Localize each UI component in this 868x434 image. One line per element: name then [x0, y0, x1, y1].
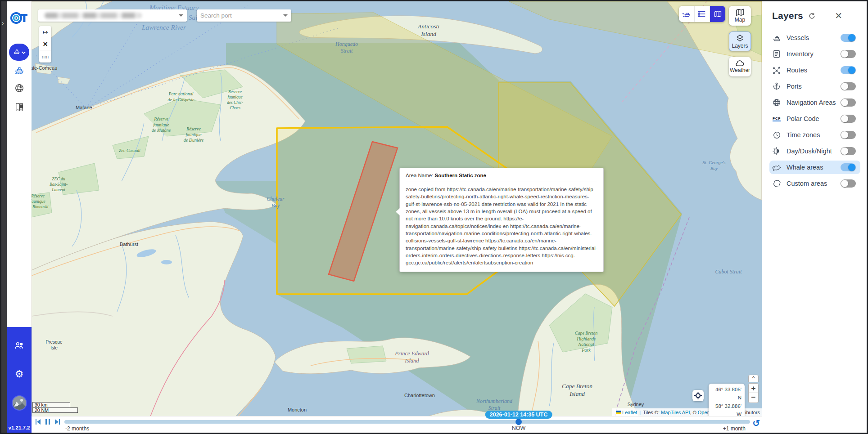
skip-to-start-button[interactable]: [35, 419, 41, 425]
pause-button[interactable]: [45, 419, 50, 425]
port-search-input[interactable]: [200, 12, 272, 19]
basemap-button-label: Map: [735, 17, 745, 23]
layer-label: Routes: [787, 67, 807, 74]
coordinate-lat: 46° 33.805' N: [712, 385, 741, 402]
scale-km: 30 km: [32, 402, 70, 407]
vessel-search-dropdown[interactable]: [38, 9, 187, 22]
layers-panel-title: Layers: [772, 10, 803, 21]
app-version: v1.21.7.2: [7, 425, 32, 430]
weather-button-label: Weather: [730, 67, 750, 73]
collapse-zoom-button[interactable]: ⌃: [748, 375, 759, 382]
refresh-icon[interactable]: [809, 13, 815, 19]
sidebar-item-world[interactable]: [7, 83, 32, 93]
layers-icon: [736, 34, 744, 42]
list-view-button[interactable]: [695, 6, 710, 22]
document-icon: [772, 50, 781, 58]
inventory-toggle[interactable]: [841, 50, 856, 58]
layer-label: Custom areas: [787, 180, 827, 187]
weather-button[interactable]: Weather: [729, 57, 751, 76]
layers-panel: Layers ✕ Vessels Inventory: [762, 1, 867, 433]
layer-row-routes: Routes: [769, 63, 860, 77]
locate-button[interactable]: [692, 390, 704, 401]
timeline-bar: 2026-01-12 14:35 UTC NOW -2 months +1 mo…: [32, 416, 762, 433]
day-night-icon: [772, 147, 781, 155]
map-icon: [736, 9, 744, 16]
timeline-controls: [35, 419, 61, 425]
time-zones-toggle[interactable]: [841, 131, 856, 139]
layer-row-whale-areas: Whale areas: [769, 161, 860, 174]
map-view-button[interactable]: [710, 6, 725, 22]
vessels-toggle[interactable]: [841, 34, 856, 42]
measure-unit-label[interactable]: nm: [39, 50, 51, 63]
navigation-areas-toggle[interactable]: [841, 98, 856, 107]
timeline-thumb[interactable]: [515, 419, 522, 425]
expand-sidebar-chevron-icon[interactable]: ›: [2, 19, 4, 27]
layer-row-ports: Ports: [769, 80, 860, 93]
route-icon: [772, 67, 781, 74]
timeline-track[interactable]: [64, 420, 750, 424]
area-name: Southern Static zone: [435, 173, 486, 178]
timeline-current-time: 2026-01-12 14:35 UTC: [485, 411, 552, 419]
map-canvas[interactable]: Maritime Estuary of the Saint Lawrence R…: [32, 1, 762, 433]
settings-gear-icon[interactable]: ⚙: [15, 368, 24, 380]
layers-button[interactable]: Layers: [729, 31, 751, 51]
area-tooltip: Area Name: Southern Static zone zone cop…: [399, 168, 604, 272]
skip-to-end-button[interactable]: [54, 419, 61, 425]
layer-row-inventory: Inventory: [769, 47, 860, 61]
app-window: ›: [1, 1, 867, 433]
whale-icon: [772, 164, 781, 171]
routes-toggle[interactable]: [841, 66, 856, 74]
sidebar-bottom-section: ⚙ v1.21.7.2: [7, 327, 32, 433]
map-scale: 30 km 20 NM: [32, 402, 78, 413]
layer-row-navigation-areas: Navigation Areas: [769, 96, 860, 109]
layers-button-label: Layers: [732, 43, 748, 49]
layer-row-polar-code: PCP Polar Code: [769, 112, 860, 125]
ukraine-flag-icon: [616, 411, 621, 414]
ports-toggle[interactable]: [841, 82, 856, 90]
custom-areas-toggle[interactable]: [841, 179, 856, 188]
redacted-vessel-name: [45, 13, 141, 18]
whale-areas-toggle[interactable]: [841, 163, 856, 171]
layer-label: Whale areas: [787, 164, 823, 171]
app-logo: [10, 11, 28, 25]
vessel-view-button[interactable]: [679, 6, 695, 22]
collapse-rail: ›: [1, 1, 7, 433]
zoom-out-button[interactable]: −: [748, 393, 759, 403]
ship-icon: [772, 34, 781, 42]
users-icon[interactable]: [14, 341, 24, 351]
layer-label: Polar Code: [787, 115, 819, 122]
timeline-start-label: -2 months: [65, 425, 89, 432]
layer-row-time-zones: Time zones: [769, 128, 860, 142]
clock-icon: [772, 131, 781, 139]
port-search-dropdown[interactable]: [197, 9, 291, 22]
user-avatar[interactable]: [12, 395, 27, 411]
ship-icon: [13, 48, 20, 56]
measure-clear-button[interactable]: ✕: [39, 38, 51, 50]
polygon-icon: [772, 180, 781, 187]
map-tiles: [32, 1, 762, 433]
zoom-in-button[interactable]: +: [748, 383, 759, 393]
polar-code-icon: PCP: [772, 116, 781, 121]
chevron-down-icon: [179, 14, 183, 17]
layer-label: Navigation Areas: [787, 99, 836, 106]
measure-distance-button[interactable]: ↦: [39, 26, 51, 38]
timeline-reset-button[interactable]: ↺: [752, 418, 760, 429]
view-switcher: [679, 6, 725, 22]
layer-row-custom-areas: Custom areas: [769, 177, 860, 190]
zoom-control: ⌃ + −: [748, 375, 759, 403]
maptiles-link[interactable]: MapTiles API: [661, 410, 690, 415]
timeline-now-label: NOW: [512, 425, 526, 431]
layer-row-day-dusk-night: Day/Dusk/Night: [769, 144, 860, 158]
layer-row-vessels: Vessels: [769, 31, 860, 45]
area-tooltip-title: Area Name: Southern Static zone: [406, 173, 597, 182]
polar-code-toggle[interactable]: [841, 115, 856, 123]
basemap-button[interactable]: Map: [729, 6, 751, 26]
sidebar-item-library[interactable]: [7, 102, 32, 112]
leaflet-link[interactable]: Leaflet: [622, 410, 637, 415]
sidebar-item-vessels[interactable]: [7, 65, 32, 74]
day-dusk-night-toggle[interactable]: [841, 147, 856, 155]
cloud-icon: [735, 60, 745, 67]
close-icon[interactable]: ✕: [835, 13, 842, 19]
vessel-mode-button[interactable]: [9, 44, 29, 61]
chevron-down-icon: [283, 14, 288, 17]
